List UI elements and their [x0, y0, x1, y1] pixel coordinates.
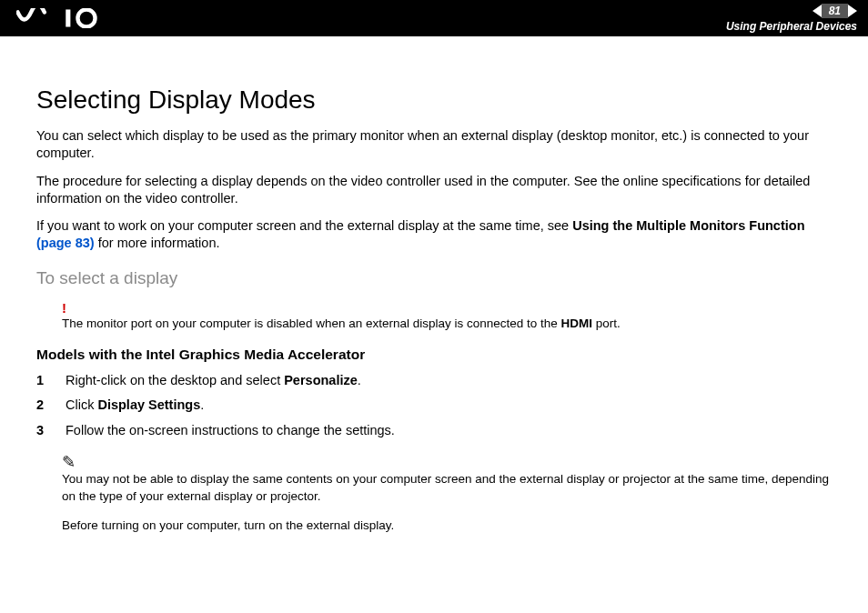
section-label: Using Peripheral Devices: [726, 20, 857, 33]
vaio-logo-svg: [16, 8, 116, 28]
step-text: Click Display Settings.: [66, 397, 204, 415]
steps-list: 1 Right-click on the desktop and select …: [36, 372, 832, 440]
model-heading: Models with the Intel Graphics Media Acc…: [36, 347, 832, 363]
note-text-1: You may not be able to display the same …: [62, 471, 832, 504]
warning-icon: !: [62, 301, 832, 315]
page-number: 81: [822, 4, 848, 18]
content-area: Selecting Display Modes You can select w…: [0, 36, 868, 534]
prev-page-icon[interactable]: [812, 5, 822, 17]
step-num: 2: [36, 397, 49, 415]
svg-rect-0: [66, 9, 70, 26]
vaio-logo: [16, 8, 116, 28]
pencil-icon: ✎: [62, 453, 76, 471]
step-2: 2 Click Display Settings.: [36, 397, 832, 415]
header-right: 81 Using Peripheral Devices: [726, 4, 857, 33]
svg-point-1: [77, 9, 95, 26]
step-text: Right-click on the desktop and select Pe…: [66, 372, 361, 390]
note-text-2: Before turning on your computer, turn on…: [62, 518, 832, 534]
step-3: 3 Follow the on-screen instructions to c…: [36, 422, 832, 440]
subheading: To select a display: [36, 268, 832, 288]
step-num: 1: [36, 372, 49, 390]
intro-para-1: You can select which display to be used …: [36, 127, 832, 162]
para3-text-a: If you want to work on your computer scr…: [36, 218, 572, 233]
header-bar: 81 Using Peripheral Devices: [0, 0, 868, 36]
intro-para-2: The procedure for selecting a display de…: [36, 173, 832, 207]
page-title: Selecting Display Modes: [36, 85, 832, 115]
page-link-83[interactable]: (page 83): [36, 236, 95, 250]
para3-text-c: for more information.: [95, 236, 220, 250]
step-1: 1 Right-click on the desktop and select …: [36, 372, 832, 390]
step-text: Follow the on-screen instructions to cha…: [66, 422, 395, 440]
para3-bold: Using the Multiple Monitors Function: [572, 218, 804, 233]
warning-block: ! The monitor port on your computer is d…: [62, 301, 832, 332]
warn-a: The monitor port on your computer is dis…: [62, 317, 561, 330]
note-block: ✎ You may not be able to display the sam…: [62, 454, 832, 534]
warning-text: The monitor port on your computer is dis…: [62, 317, 621, 330]
warn-c: port.: [592, 317, 621, 330]
warn-b: HDMI: [561, 317, 593, 330]
step-num: 3: [36, 422, 49, 440]
intro-para-3: If you want to work on your computer scr…: [36, 217, 832, 252]
page-nav: 81: [812, 4, 857, 18]
next-page-icon[interactable]: [848, 5, 857, 17]
